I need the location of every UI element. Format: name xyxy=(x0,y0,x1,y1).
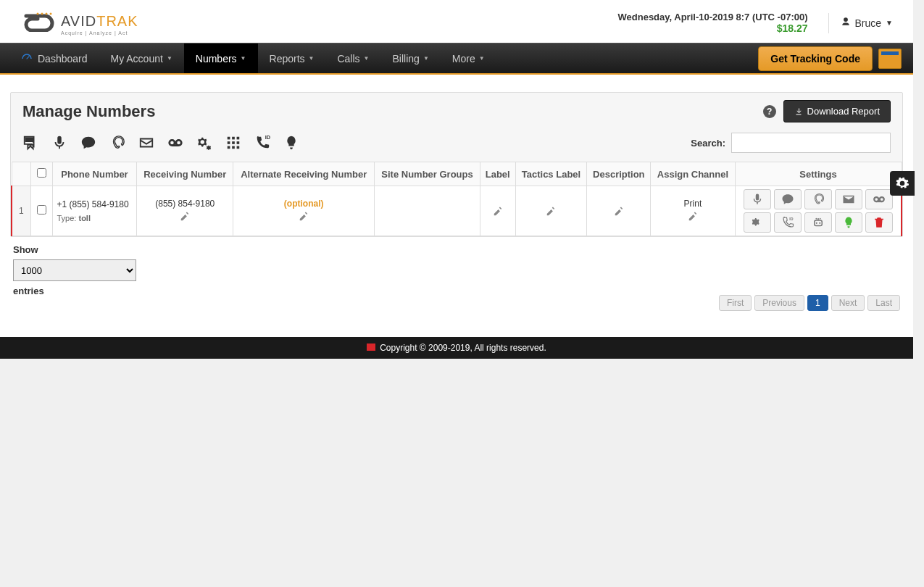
edit-icon[interactable] xyxy=(299,212,309,224)
logo-tagline: Acquire | Analyze | Act xyxy=(61,30,138,36)
call-forward-icon[interactable] xyxy=(22,135,38,151)
help-icon[interactable]: ? xyxy=(763,105,776,118)
col-checkbox xyxy=(30,162,52,186)
nav-myaccount[interactable]: My Account▼ xyxy=(99,43,184,73)
edit-icon[interactable] xyxy=(180,212,190,224)
setting-mail-button[interactable] xyxy=(835,189,862,209)
svg-rect-12 xyxy=(228,146,230,149)
envelope-icon[interactable] xyxy=(138,135,154,151)
caret-down-icon: ▼ xyxy=(167,55,172,62)
svg-rect-8 xyxy=(237,137,240,140)
col-description[interactable]: Description xyxy=(587,162,651,186)
caret-down-icon: ▼ xyxy=(309,55,315,62)
nav-calls[interactable]: Calls▼ xyxy=(325,43,380,73)
select-all-checkbox[interactable] xyxy=(37,168,46,178)
cell-receiving: (855) 854-9180 xyxy=(137,186,233,236)
row-checkbox[interactable] xyxy=(37,205,46,215)
svg-text:ID: ID xyxy=(265,135,270,141)
nav-numbers[interactable]: Numbers▼ xyxy=(184,43,258,73)
setting-mic-button[interactable] xyxy=(744,189,771,209)
caret-down-icon: ▼ xyxy=(241,55,246,62)
col-receiving[interactable]: Receiving Number xyxy=(137,162,233,186)
svg-rect-14 xyxy=(237,146,240,149)
col-settings[interactable]: Settings xyxy=(735,162,902,186)
page-title: Manage Numbers xyxy=(22,102,155,121)
setting-delete-button[interactable] xyxy=(865,212,893,233)
svg-rect-7 xyxy=(232,137,235,140)
callerid-icon[interactable]: ID xyxy=(254,135,270,151)
gear-icon xyxy=(895,176,910,191)
setting-ear-button[interactable] xyxy=(804,189,832,209)
col-label[interactable]: Label xyxy=(480,162,515,186)
cell-phone: +1 (855) 584-9180 Type: toll xyxy=(52,186,137,236)
chat-icon[interactable] xyxy=(80,135,96,151)
svg-rect-11 xyxy=(237,141,240,144)
setting-callerid-button[interactable]: ID xyxy=(774,212,802,233)
svg-point-1 xyxy=(41,13,43,15)
logo-text: AVID xyxy=(61,13,96,30)
col-alternate[interactable]: Alternate Receiving Number xyxy=(233,162,375,186)
home-window-icon[interactable] xyxy=(878,49,902,69)
cell-settings: ID xyxy=(735,186,902,236)
user-menu[interactable]: Bruce ▼ xyxy=(828,13,893,33)
setting-robot-button[interactable] xyxy=(804,212,832,233)
setting-voicemail-button[interactable] xyxy=(865,189,893,209)
user-name: Bruce xyxy=(855,17,882,29)
toolbar: ID xyxy=(22,135,299,151)
svg-point-0 xyxy=(37,13,39,15)
logo[interactable]: AVIDTRAK Acquire | Analyze | Act xyxy=(20,10,138,36)
search-label: Search: xyxy=(691,138,725,149)
edit-icon[interactable] xyxy=(546,207,556,219)
nav-reports[interactable]: Reports▼ xyxy=(258,43,326,73)
date-display: Wednesday, April-10-2019 8:7 (UTC -07:00… xyxy=(618,12,808,22)
edit-icon[interactable] xyxy=(493,207,503,219)
svg-point-3 xyxy=(50,13,52,15)
page-first[interactable]: First xyxy=(719,295,752,311)
dashboard-icon xyxy=(20,52,33,65)
page-last[interactable]: Last xyxy=(867,295,900,311)
microphone-icon[interactable] xyxy=(51,135,67,151)
setting-bulb-button[interactable] xyxy=(835,212,862,233)
setting-gears-button[interactable] xyxy=(744,212,771,233)
grid-icon[interactable] xyxy=(225,135,241,151)
show-label: Show xyxy=(13,244,136,255)
edit-icon[interactable] xyxy=(688,212,698,224)
page-1[interactable]: 1 xyxy=(807,295,828,311)
show-select[interactable]: 1000 xyxy=(13,259,136,281)
caret-down-icon: ▼ xyxy=(886,19,893,27)
lightbulb-icon[interactable] xyxy=(283,135,299,151)
navbar: Dashboard My Account▼ Numbers▼ Reports▼ … xyxy=(0,43,913,75)
nav-dashboard[interactable]: Dashboard xyxy=(9,43,99,73)
setting-chat-button[interactable] xyxy=(774,189,802,209)
col-rownum xyxy=(12,162,30,186)
cell-sitegroups xyxy=(375,186,480,236)
svg-rect-10 xyxy=(232,141,235,144)
page-next[interactable]: Next xyxy=(831,295,865,311)
caret-down-icon: ▼ xyxy=(479,55,485,62)
cell-channel: Print xyxy=(651,186,735,236)
svg-text:ID: ID xyxy=(789,217,793,221)
col-phone[interactable]: Phone Number xyxy=(52,162,137,186)
voicemail-icon[interactable] xyxy=(167,135,183,151)
search-input[interactable] xyxy=(731,133,891,153)
edit-icon[interactable] xyxy=(614,207,624,219)
ear-icon[interactable] xyxy=(109,135,125,151)
svg-rect-19 xyxy=(815,220,823,226)
get-tracking-code-button[interactable]: Get Tracking Code xyxy=(758,46,873,71)
svg-point-21 xyxy=(819,222,820,224)
nav-billing[interactable]: Billing▼ xyxy=(381,43,441,73)
cell-alternate: (optional) xyxy=(233,186,375,236)
col-tactics[interactable]: Tactics Label xyxy=(515,162,586,186)
col-sitegroups[interactable]: Site Number Groups xyxy=(375,162,480,186)
footer: Copyright © 2009-2019, All rights reserv… xyxy=(0,337,913,359)
settings-gear-tab[interactable] xyxy=(890,171,915,196)
download-report-button[interactable]: Download Report xyxy=(783,100,891,122)
page-prev[interactable]: Previous xyxy=(754,295,804,311)
svg-rect-9 xyxy=(228,141,230,144)
cell-label xyxy=(480,186,515,236)
row-number: 1 xyxy=(12,186,30,236)
gears-icon[interactable] xyxy=(196,135,212,151)
download-icon xyxy=(794,107,803,116)
nav-more[interactable]: More▼ xyxy=(441,43,496,73)
col-channel[interactable]: Assign Channel xyxy=(651,162,735,186)
